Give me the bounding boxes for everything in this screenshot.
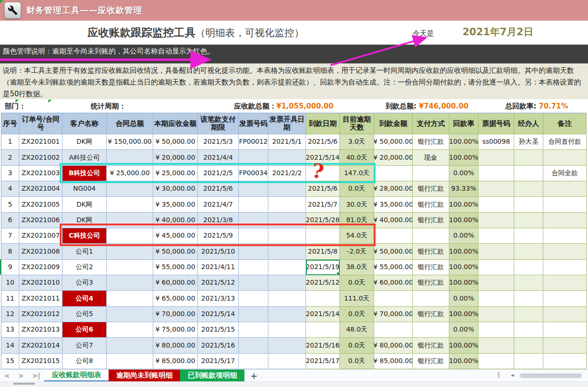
sheet-tab[interactable]: 逾期尚未到账明细 [109,370,180,382]
table-cell[interactable]: 93.33% [449,181,478,197]
table-cell[interactable]: ¥ 35,000.00 [153,197,198,212]
table-cell[interactable]: ¥ 30,000.00 [153,181,198,197]
table-cell[interactable] [268,291,306,306]
column-header[interactable]: 目前逾期天数 [340,113,374,134]
table-cell[interactable]: DK网 [63,134,107,150]
table-cell[interactable] [478,228,514,244]
table-cell[interactable]: 2021/5/12 [306,275,340,291]
horizontal-scrollbar-thumb[interactable] [520,373,582,378]
table-cell[interactable]: ¥ 80,000.00 [374,338,413,353]
table-cell[interactable] [543,244,587,259]
table-cell[interactable]: 100.00% [449,275,478,291]
table-cell[interactable] [107,275,153,291]
table-cell[interactable] [239,354,268,369]
table-cell[interactable]: 2021/5/17 [198,354,239,369]
table-cell[interactable]: 2021/2/5 [198,166,239,181]
table-cell[interactable]: 3.0天 [340,134,374,150]
table-cell[interactable]: 100.00% [449,134,478,150]
table-cell[interactable]: 公司2 [63,260,107,275]
table-cell[interactable] [268,354,306,369]
table-cell[interactable]: 54.0天 [340,228,374,244]
table-cell[interactable] [543,307,587,322]
table-cell[interactable]: 2021/5/9 [198,228,239,244]
table-cell[interactable]: DK网 [63,197,107,212]
table-cell[interactable] [107,244,153,259]
table-cell[interactable] [543,322,587,338]
table-cell[interactable]: 2021/4/11 [198,260,239,275]
table-cell[interactable]: 2021/5/6 [198,181,239,197]
column-header[interactable]: 支付方式 [413,113,449,134]
table-cell[interactable] [478,197,514,212]
table-cell[interactable]: 100.00% [449,197,478,212]
table-cell[interactable] [514,307,543,322]
table-cell[interactable] [268,307,306,322]
table-cell[interactable]: 0.0天 [340,275,374,291]
table-cell[interactable] [478,166,514,181]
table-cell[interactable] [239,228,268,244]
table-cell[interactable] [543,338,587,353]
table-cell[interactable] [478,322,514,338]
table-cell[interactable]: 2021/5/6 [306,134,340,150]
table-cell[interactable]: ¥ 65,000.00 [153,291,198,306]
table-cell[interactable]: ZX2021002 [19,150,63,165]
table-cell[interactable] [239,338,268,353]
column-header[interactable]: 经办人 [514,113,543,134]
table-cell[interactable]: 100.00% [449,260,478,275]
table-cell[interactable]: B科技公司 [63,166,107,181]
column-header[interactable]: 回款率 [449,113,478,134]
table-cell[interactable]: 2021/5/12 [198,275,239,291]
table-cell[interactable]: 0.0天 [340,354,374,369]
table-cell[interactable]: 公司1 [63,244,107,259]
table-cell[interactable] [374,166,413,181]
table-cell[interactable] [107,307,153,322]
table-cell[interactable]: A科技公司 [63,150,107,165]
table-cell[interactable] [306,291,340,306]
table-cell[interactable]: 100.00% [449,244,478,259]
table-cell[interactable]: 40.0天 [340,150,374,165]
table-cell[interactable]: ZX2021011 [19,291,63,306]
sheet-tab[interactable]: 应收账款明细表 [44,370,109,382]
table-cell[interactable]: C科技公司 [63,228,107,244]
table-cell[interactable] [543,181,587,197]
table-cell[interactable]: ZX2021013 [19,322,63,338]
table-cell[interactable] [107,150,153,165]
table-cell[interactable]: 2 [1,150,19,165]
table-cell[interactable]: ZX2021014 [19,338,63,353]
table-cell[interactable] [514,213,543,228]
table-cell[interactable]: 公司3 [63,275,107,291]
table-cell[interactable]: ZX2021006 [19,213,63,228]
table-cell[interactable]: 13 [1,322,19,338]
table-cell[interactable] [478,354,514,369]
table-cell[interactable]: 2021/5/19 [306,260,340,275]
table-cell[interactable]: ¥ 40,000.00 [153,213,198,228]
table-cell[interactable]: 银行汇款 [413,197,449,212]
table-cell[interactable]: 银行汇款 [413,244,449,259]
table-cell[interactable]: ¥ 70,000.00 [153,307,198,322]
table-cell[interactable]: ¥ 50,000.00 [374,134,413,150]
table-cell[interactable]: 银行汇款 [413,354,449,369]
table-cell[interactable] [374,322,413,338]
column-header[interactable]: 客户名称 [63,113,107,134]
table-cell[interactable]: ¥ 75,000.00 [153,322,198,338]
table-cell[interactable]: ZX2021009 [19,260,63,275]
period-label[interactable]: 统计周期： [91,102,126,111]
table-cell[interactable]: ZX2021001 [19,134,63,150]
table-cell[interactable]: -2.0天 [340,244,374,259]
table-cell[interactable] [107,354,153,369]
table-cell[interactable] [268,338,306,353]
table-cell[interactable]: 1 [1,134,19,150]
table-cell[interactable] [239,150,268,165]
table-cell[interactable]: 6 [1,213,19,228]
table-cell[interactable]: 2021/2/2 [268,166,306,181]
table-cell[interactable]: 现金 [413,150,449,165]
table-cell[interactable] [107,181,153,197]
table-cell[interactable] [543,197,587,212]
table-cell[interactable]: 4 [1,181,19,197]
table-cell[interactable]: 银行汇款 [413,181,449,197]
table-cell[interactable]: 147.0天 [340,166,374,181]
table-cell[interactable]: 银行汇款 [413,275,449,291]
table-cell[interactable] [107,197,153,212]
table-cell[interactable] [413,322,449,338]
table-cell[interactable]: 合同全款 [543,166,587,181]
table-cell[interactable] [268,181,306,197]
